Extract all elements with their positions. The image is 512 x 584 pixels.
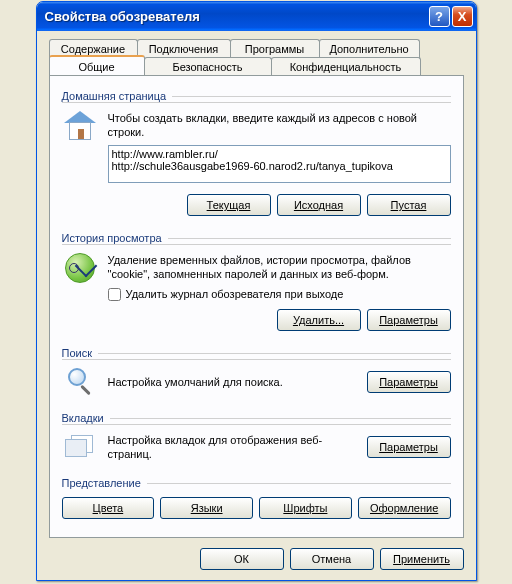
search-desc: Настройка умолчаний для поиска. [108,375,357,389]
tabs-desc: Настройка вкладок для отображения веб-ст… [108,433,357,461]
tab-advanced[interactable]: Дополнительно [319,39,420,58]
delete-history-button[interactable]: Удалить... [277,309,361,331]
tab-connections[interactable]: Подключения [137,39,231,58]
tabs-settings-button[interactable]: Параметры [367,436,451,458]
cancel-button[interactable]: Отмена [290,548,374,570]
home-icon [64,111,96,143]
ok-button[interactable]: ОК [200,548,284,570]
tab-privacy[interactable]: Конфиденциальность [271,57,421,76]
group-home: Домашняя страница [62,90,451,102]
colors-button[interactable]: Цвета [62,497,155,519]
group-appearance: Представление [62,477,451,489]
tab-programs[interactable]: Программы [230,39,320,58]
group-tabs: Вкладки [62,412,451,424]
search-icon [66,368,94,396]
accessibility-button[interactable]: Оформление [358,497,451,519]
homepage-urls-input[interactable] [108,145,451,183]
tab-general[interactable]: Общие [49,55,145,76]
help-button[interactable]: ? [429,6,450,27]
window-title: Свойства обозревателя [45,9,427,24]
tab-security[interactable]: Безопасность [144,57,272,76]
close-button[interactable]: X [452,6,473,27]
use-current-button[interactable]: Текущая [187,194,271,216]
group-search: Поиск [62,347,451,359]
home-desc: Чтобы создать вкладки, введите каждый из… [108,111,451,139]
use-blank-button[interactable]: Пустая [367,194,451,216]
titlebar: Свойства обозревателя ? X [37,2,476,31]
use-default-button[interactable]: Исходная [277,194,361,216]
fonts-button[interactable]: Шрифты [259,497,352,519]
history-desc: Удаление временных файлов, истории просм… [108,253,451,281]
languages-button[interactable]: Языки [160,497,253,519]
apply-button[interactable]: Применить [380,548,464,570]
tabs-icon [65,435,95,459]
history-icon [65,253,95,283]
search-settings-button[interactable]: Параметры [367,371,451,393]
group-history: История просмотра [62,232,451,244]
history-settings-button[interactable]: Параметры [367,309,451,331]
delete-on-exit-checkbox[interactable]: Удалить журнал обозревателя при выходе [108,287,451,301]
